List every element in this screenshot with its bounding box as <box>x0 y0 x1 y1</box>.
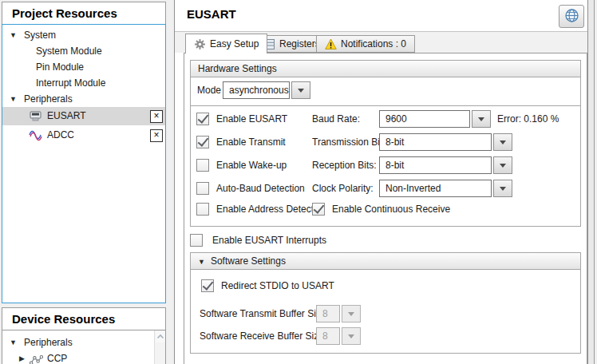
tree-group-label: Peripherals <box>24 91 73 107</box>
enable-wakeup-checkbox[interactable] <box>196 159 209 172</box>
tx-buffer-select: 8 <box>316 305 361 322</box>
reception-bits-label: Reception Bits: <box>312 159 377 172</box>
tab-easy-setup[interactable]: Easy Setup <box>185 34 267 53</box>
tree-item-label: EUSART <box>47 107 85 125</box>
tree-item-system-module[interactable]: System Module <box>2 43 165 59</box>
tree-item-pin-module[interactable]: Pin Module <box>2 59 165 75</box>
gear-icon <box>194 38 206 50</box>
eusart-interrupts-checkbox[interactable] <box>190 234 203 247</box>
tree-item-label: System Module <box>36 43 102 59</box>
globe-icon <box>564 8 579 26</box>
tree-item-ccp[interactable]: ▶ CCP <box>2 350 154 364</box>
rx-buffer-label: Software Receive Buffer Size <box>200 330 324 342</box>
chevron-down-icon[interactable] <box>493 180 512 197</box>
tree-group-peripherals[interactable]: ▼ Peripherals <box>2 91 165 107</box>
tree-group-label: Peripherals <box>24 334 73 350</box>
tree-group-label: System <box>24 27 56 43</box>
warning-icon <box>325 38 337 50</box>
mode-label: Mode <box>197 84 221 97</box>
triangle-down-icon[interactable]: ▼ <box>10 334 17 350</box>
redirect-stdio-label: Redirect STDIO to USART <box>221 279 334 292</box>
transmission-bits-value[interactable]: 8-bit <box>379 133 492 151</box>
triangle-right-icon[interactable]: ▶ <box>19 350 25 364</box>
chevron-down-icon <box>342 327 361 345</box>
uart-icon <box>29 109 42 123</box>
chevron-down-icon[interactable] <box>493 133 512 151</box>
tab-label: Easy Setup <box>210 38 259 49</box>
device-resources-tree: ▼ Peripherals ▶ CCP <box>2 330 166 364</box>
transmission-bits-label: Transmission Bits: <box>312 136 390 148</box>
tree-item-label: Interrupt Module <box>36 75 105 91</box>
hardware-grid-separator <box>191 105 580 106</box>
transmission-bits-select[interactable]: 8-bit <box>379 133 512 151</box>
enable-transmit-label: Enable Transmit <box>216 136 286 148</box>
continuous-receive-checkbox[interactable] <box>312 203 325 216</box>
tree-item-adcc[interactable]: ADCC × <box>2 126 165 144</box>
adc-wave-icon <box>29 129 42 142</box>
tx-buffer-value: 8 <box>316 305 340 322</box>
auto-baud-checkbox[interactable] <box>196 182 209 195</box>
mode-value[interactable]: asynchronous <box>223 81 290 99</box>
close-icon[interactable]: × <box>150 110 163 123</box>
globe-button[interactable] <box>559 5 584 28</box>
triangle-down-icon[interactable]: ▼ <box>198 258 205 266</box>
baud-rate-value[interactable]: 9600 <box>379 110 470 128</box>
reception-bits-value[interactable]: 8-bit <box>379 156 492 174</box>
chevron-down-icon <box>342 305 361 322</box>
tab-label: Registers <box>279 38 320 49</box>
tree-group-peripherals-device[interactable]: ▼ Peripherals <box>2 334 154 350</box>
device-tree-scrollbar[interactable] <box>154 330 165 364</box>
chevron-down-icon[interactable] <box>472 110 491 128</box>
hardware-settings-header[interactable]: Hardware Settings <box>191 61 580 77</box>
chevron-up-icon[interactable] <box>156 331 165 342</box>
triangle-down-icon[interactable]: ▼ <box>10 27 17 43</box>
page-title: EUSART <box>187 7 236 21</box>
baud-rate-label: Baud Rate: <box>312 113 360 125</box>
device-resources-title: Device Resources <box>2 307 166 330</box>
software-settings-header[interactable]: ▼Software Settings <box>191 253 580 270</box>
clock-polarity-label: Clock Polarity: <box>312 182 374 195</box>
tx-buffer-label: Software Transmit Buffer Size <box>200 307 326 320</box>
enable-transmit-checkbox[interactable] <box>196 136 209 148</box>
address-detect-checkbox[interactable] <box>196 203 209 216</box>
continuous-receive-label: Enable Continuous Receive <box>332 203 450 216</box>
close-icon[interactable]: × <box>150 129 163 142</box>
tab-label: Notifications : 0 <box>341 38 406 49</box>
project-resources-tree: ▼ System System Module Pin Module Interr… <box>2 24 166 303</box>
eusart-config-panel: EUSART Easy Setup Registers Notification… <box>174 0 588 364</box>
triangle-down-icon[interactable]: ▼ <box>10 91 17 107</box>
software-settings-title: Software Settings <box>211 255 286 267</box>
ccp-icon <box>30 354 42 364</box>
tree-item-label: ADCC <box>47 126 74 144</box>
tree-group-system[interactable]: ▼ System <box>2 27 165 43</box>
chevron-down-icon[interactable] <box>493 156 512 174</box>
tree-item-eusart[interactable]: EUSART × <box>2 107 165 125</box>
enable-wakeup-label: Enable Wake-up <box>216 159 287 172</box>
clock-polarity-select[interactable]: Non-Inverted <box>379 180 512 197</box>
tree-item-interrupt-module[interactable]: Interrupt Module <box>2 75 165 91</box>
eusart-interrupts-label: Enable EUSART Interrupts <box>212 234 326 247</box>
tree-item-label: Pin Module <box>36 59 84 75</box>
clock-polarity-value[interactable]: Non-Inverted <box>379 180 492 197</box>
auto-baud-label: Auto-Baud Detection <box>216 182 305 195</box>
mode-select[interactable]: asynchronous <box>223 81 310 99</box>
address-detect-label: Enable Address Detect <box>216 203 314 216</box>
rx-buffer-value: 8 <box>316 327 340 345</box>
enable-eusart-checkbox[interactable] <box>196 113 209 125</box>
tab-notifications[interactable]: Notifications : 0 <box>316 35 415 53</box>
window-right-edge <box>588 0 595 364</box>
tree-item-label: CCP <box>47 350 67 364</box>
project-resources-title: Project Resources <box>2 2 166 24</box>
reception-bits-select[interactable]: 8-bit <box>379 156 512 174</box>
baud-rate-select[interactable]: 9600 <box>379 110 491 128</box>
baud-error-text: Error: 0.160 % <box>497 113 559 125</box>
rx-buffer-select: 8 <box>316 327 361 345</box>
chevron-down-icon[interactable] <box>291 81 310 99</box>
redirect-stdio-checkbox[interactable] <box>201 279 214 292</box>
enable-eusart-label: Enable EUSART <box>216 113 287 125</box>
